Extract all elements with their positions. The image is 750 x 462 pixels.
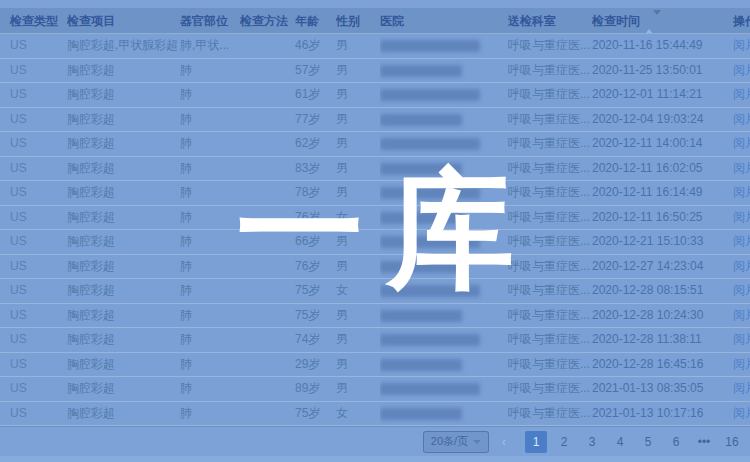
table-row: US 胸腔彩超 肺 76岁 男 呼吸与重症医... 2020-12-27 14:…	[0, 255, 750, 280]
view-images-link[interactable]: 阅片	[733, 112, 750, 126]
cell-hospital	[380, 83, 508, 107]
prev-page-button[interactable]: ‹	[497, 434, 511, 449]
cell-age: 75岁	[295, 304, 336, 328]
cell-hospital	[380, 402, 508, 426]
page-number-button[interactable]: 3	[581, 431, 603, 453]
column-header-exam-item: 检查项目	[67, 8, 180, 33]
page-number-button[interactable]: 1	[525, 431, 547, 453]
cell-age: 75岁	[295, 279, 336, 303]
cell-exam-item: 胸腔彩超	[67, 402, 180, 426]
view-images-link[interactable]: 阅片	[733, 332, 750, 346]
cell-department: 呼吸与重症医...	[508, 402, 592, 426]
cell-exam-time: 2020-11-16 15:44:49	[592, 34, 733, 58]
cell-exam-time: 2021-01-13 10:17:16	[592, 402, 733, 426]
cell-exam-type: US	[0, 255, 67, 279]
hospital-redaction-blur	[380, 89, 480, 101]
cell-hospital	[380, 328, 508, 352]
page-size-select[interactable]: 20条/页	[423, 431, 489, 453]
cell-age: 78岁	[295, 181, 336, 205]
table-row: US 胸腔彩超 肺 75岁 女 呼吸与重症医... 2020-12-28 08:…	[0, 279, 750, 304]
page-number-button[interactable]: 6	[665, 431, 687, 453]
view-images-link[interactable]: 阅片	[733, 136, 750, 150]
cell-exam-type: US	[0, 377, 67, 401]
cell-hospital	[380, 206, 508, 230]
cell-exam-method	[240, 255, 295, 279]
cell-department: 呼吸与重症医...	[508, 34, 592, 58]
cell-organ-part: 肺	[180, 230, 240, 254]
table-row: US 胸腔彩超 肺 89岁 男 呼吸与重症医... 2021-01-13 08:…	[0, 377, 750, 402]
cell-exam-item: 胸腔彩超	[67, 157, 180, 181]
sort-caret-icon[interactable]	[645, 9, 661, 33]
cell-exam-time: 2020-12-11 16:14:49	[592, 181, 733, 205]
cell-age: 74岁	[295, 328, 336, 352]
table-row: US 胸腔彩超 肺 29岁 男 呼吸与重症医... 2020-12-28 16:…	[0, 353, 750, 378]
cell-organ-part: 肺	[180, 132, 240, 156]
cell-exam-time: 2020-12-01 11:14:21	[592, 83, 733, 107]
cell-exam-time: 2021-01-13 08:35:05	[592, 377, 733, 401]
cell-hospital	[380, 353, 508, 377]
cell-department: 呼吸与重症医...	[508, 206, 592, 230]
view-images-link[interactable]: 阅片	[733, 406, 750, 420]
view-images-link[interactable]: 阅片	[733, 381, 750, 395]
view-images-link[interactable]: 阅片	[733, 185, 750, 199]
cell-exam-method	[240, 132, 295, 156]
view-images-link[interactable]: 阅片	[733, 63, 750, 77]
cell-hospital	[380, 230, 508, 254]
cell-department: 呼吸与重症医...	[508, 353, 592, 377]
table-row: US 胸腔彩超 肺 83岁 男 呼吸与重症医... 2020-12-11 16:…	[0, 157, 750, 182]
cell-organ-part: 肺	[180, 206, 240, 230]
hospital-redaction-blur	[380, 114, 462, 126]
cell-exam-time: 2020-12-11 16:50:25	[592, 206, 733, 230]
cell-exam-method	[240, 108, 295, 132]
view-images-link[interactable]: 阅片	[733, 259, 750, 273]
cell-age: 76岁	[295, 206, 336, 230]
column-header-hospital: 医院	[380, 8, 508, 33]
cell-organ-part: 肺	[180, 279, 240, 303]
cell-exam-item: 胸腔彩超,甲状腺彩超	[67, 34, 180, 58]
cell-exam-type: US	[0, 206, 67, 230]
hospital-redaction-blur	[380, 408, 462, 420]
cell-exam-time: 2020-12-11 14:00:14	[592, 132, 733, 156]
page-number-button[interactable]: 2	[553, 431, 575, 453]
view-images-link[interactable]: 阅片	[733, 357, 750, 371]
cell-age: 77岁	[295, 108, 336, 132]
page-number-button[interactable]: 4	[609, 431, 631, 453]
view-images-link[interactable]: 阅片	[733, 283, 750, 297]
cell-organ-part: 肺	[180, 83, 240, 107]
cell-gender: 男	[336, 34, 380, 58]
cell-department: 呼吸与重症医...	[508, 83, 592, 107]
cell-exam-method	[240, 206, 295, 230]
cell-exam-item: 胸腔彩超	[67, 59, 180, 83]
cell-exam-time: 2020-11-25 13:50:01	[592, 59, 733, 83]
cell-gender: 男	[336, 255, 380, 279]
cell-exam-item: 胸腔彩超	[67, 83, 180, 107]
cell-exam-time: 2020-12-28 16:45:16	[592, 353, 733, 377]
cell-age: 89岁	[295, 377, 336, 401]
cell-organ-part: 肺	[180, 328, 240, 352]
cell-gender: 男	[336, 230, 380, 254]
cell-hospital	[380, 304, 508, 328]
page-number-button[interactable]: 5	[637, 431, 659, 453]
cell-exam-type: US	[0, 132, 67, 156]
hospital-redaction-blur	[380, 187, 480, 199]
cell-gender: 女	[336, 279, 380, 303]
page-number-button[interactable]: •••	[693, 431, 715, 453]
cell-organ-part: 肺	[180, 181, 240, 205]
view-images-link[interactable]: 阅片	[733, 87, 750, 101]
view-images-link[interactable]: 阅片	[733, 210, 750, 224]
view-images-link[interactable]: 阅片	[733, 161, 750, 175]
cell-exam-time: 2020-12-28 11:38:11	[592, 328, 733, 352]
cell-department: 呼吸与重症医...	[508, 279, 592, 303]
cell-exam-item: 胸腔彩超	[67, 377, 180, 401]
cell-exam-item: 胸腔彩超	[67, 353, 180, 377]
view-images-link[interactable]: 阅片	[733, 38, 750, 52]
cell-exam-type: US	[0, 402, 67, 426]
column-header-actions: 操作	[733, 8, 750, 33]
view-images-link[interactable]: 阅片	[733, 234, 750, 248]
view-images-link[interactable]: 阅片	[733, 308, 750, 322]
cell-exam-type: US	[0, 279, 67, 303]
column-header-exam-time[interactable]: 检查时间	[592, 8, 733, 33]
cell-exam-item: 胸腔彩超	[67, 304, 180, 328]
column-header-age: 年龄	[295, 8, 336, 33]
page-number-button[interactable]: 16	[721, 431, 743, 453]
